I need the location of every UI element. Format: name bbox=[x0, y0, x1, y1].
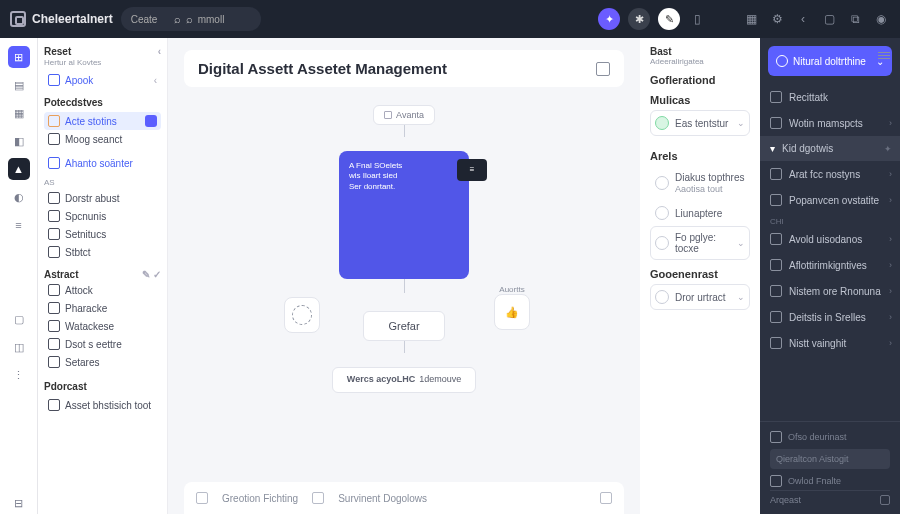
doc-icon bbox=[48, 399, 60, 411]
rail-home-icon[interactable]: ⊞ bbox=[8, 46, 30, 68]
lp-item[interactable]: Moog seanct bbox=[44, 130, 161, 148]
lp-item[interactable]: Pharacke bbox=[44, 299, 161, 317]
fr-item[interactable]: Nistem ore Rnonuna› bbox=[760, 278, 900, 304]
fr-item[interactable]: Arat fcc nostyns› bbox=[760, 161, 900, 187]
action-button[interactable]: ✦ bbox=[598, 8, 620, 30]
bb-item[interactable]: Greotion Fichting bbox=[222, 493, 298, 504]
rail-icon[interactable]: ▦ bbox=[8, 102, 30, 124]
fr-footer-item[interactable]: Arqeast bbox=[770, 490, 890, 508]
action-button[interactable]: ✎ bbox=[658, 8, 680, 30]
doc-icon bbox=[48, 133, 60, 145]
page-title: Digital Assett Assetet Management bbox=[198, 60, 447, 77]
globe-icon[interactable]: ◉ bbox=[872, 10, 890, 28]
doc-icon bbox=[312, 492, 324, 504]
fr-item[interactable]: Recittatk bbox=[760, 84, 900, 110]
fr-item[interactable]: Wotin mamspcts› bbox=[760, 110, 900, 136]
bb-item[interactable]: Survinent Dogolows bbox=[338, 493, 427, 504]
panel-icon[interactable] bbox=[600, 492, 612, 504]
flow-node[interactable]: Grefar bbox=[363, 311, 444, 341]
flow-card[interactable]: A Fnal SOelets wis Iloart sied Ser donrt… bbox=[339, 151, 469, 279]
grid-icon[interactable]: ▦ bbox=[742, 10, 760, 28]
fr-item[interactable]: ▾Kid dgotwis✦ bbox=[760, 136, 900, 161]
lp-item[interactable]: Spcnunis bbox=[44, 207, 161, 225]
lp-item[interactable]: Watackese bbox=[44, 317, 161, 335]
fr-item[interactable]: Nistt vainghit› bbox=[760, 330, 900, 356]
rail-icon[interactable]: ▤ bbox=[8, 74, 30, 96]
rp-item[interactable]: Eas tentstur⌄ bbox=[650, 110, 750, 136]
box-icon[interactable]: ▢ bbox=[820, 10, 838, 28]
maximize-icon[interactable] bbox=[596, 62, 610, 76]
doc-icon bbox=[770, 311, 782, 323]
icon-rail: ⊞ ▤ ▦ ◧ ▲ ◐ ≡ ▢ ◫ ⋮ ⊟ bbox=[0, 38, 38, 514]
doc-icon bbox=[48, 338, 60, 350]
lp-item[interactable]: Stbtct bbox=[44, 243, 161, 261]
doc-icon bbox=[770, 117, 782, 129]
chevron-down-icon: ⌄ bbox=[737, 118, 745, 128]
lp-item[interactable]: Dsot s eettre bbox=[44, 335, 161, 353]
search-box-1[interactable]: ⌕ ⌕ bbox=[121, 7, 261, 31]
lp-item[interactable]: Setares bbox=[44, 353, 161, 371]
far-right-panel: Nitural doltrthine ⌄ Recittatk Wotin mam… bbox=[760, 38, 900, 514]
list-icon[interactable] bbox=[878, 52, 890, 59]
card-chip-icon[interactable]: ≡ bbox=[457, 159, 487, 181]
action-button[interactable]: ✱ bbox=[628, 8, 650, 30]
lp-item[interactable]: Acte stotins bbox=[44, 112, 161, 130]
lp-item[interactable]: Dorstr abust bbox=[44, 189, 161, 207]
left-panel: Reset‹ Hertur al Kovtes Apook‹ Potecdstv… bbox=[38, 38, 168, 514]
doc-icon bbox=[770, 431, 782, 443]
fr-item[interactable]: Avold uisodanos› bbox=[760, 226, 900, 252]
rail-icon[interactable]: ⋮ bbox=[8, 364, 30, 386]
doc-icon bbox=[48, 356, 60, 368]
panel-icon[interactable]: ▯ bbox=[688, 10, 706, 28]
flow-side-node[interactable]: Auortts 👍 bbox=[490, 285, 534, 333]
chevron-left-icon[interactable]: ‹ bbox=[158, 46, 161, 57]
rail-icon[interactable]: ◫ bbox=[8, 336, 30, 358]
brand-logo[interactable]: Cheleertalnert bbox=[10, 11, 113, 27]
back-icon[interactable]: ‹ bbox=[794, 10, 812, 28]
rp-item[interactable]: Fo pglye: tocxe⌄ bbox=[650, 226, 750, 260]
caret-icon: ▾ bbox=[770, 143, 775, 154]
logo-icon bbox=[10, 11, 26, 27]
rp-item[interactable]: Liunaptere bbox=[650, 200, 750, 226]
fr-footer-item[interactable]: Ofso deurinast bbox=[770, 428, 890, 446]
canvas-header: Digital Assett Assetet Management bbox=[184, 50, 624, 87]
doc-icon bbox=[48, 284, 60, 296]
flow-node[interactable]: Wercs acyoLHC 1demouve bbox=[332, 367, 476, 393]
rail-icon[interactable]: ◐ bbox=[8, 186, 30, 208]
rp-item[interactable]: Diakus topthresAaotisa tout bbox=[650, 166, 750, 200]
rail-icon[interactable]: ▲ bbox=[8, 158, 30, 180]
search-input-2[interactable] bbox=[198, 14, 236, 25]
doc-icon bbox=[48, 228, 60, 240]
flow-side-node[interactable] bbox=[284, 297, 320, 333]
fr-footer-item[interactable]: Owlod Fnalte bbox=[770, 472, 890, 490]
fr-item[interactable]: Popanvcen ovstatite› bbox=[760, 187, 900, 213]
lp-item[interactable]: Ahanto soänter bbox=[44, 154, 161, 172]
flow-node[interactable]: Avanta bbox=[373, 105, 435, 125]
rp-section: Goflerationd bbox=[650, 74, 750, 86]
doc-icon bbox=[48, 210, 60, 222]
lp-item[interactable]: Attock bbox=[44, 281, 161, 299]
lp-item[interactable]: Asset bhstisich toot bbox=[44, 396, 161, 414]
rp-title: Bast bbox=[650, 46, 750, 57]
topbar: Cheleertalnert ⌕ ⌕ ✦ ✱ ✎ ▯ ▦ ⚙ ‹ ▢ ⧉ ◉ bbox=[0, 0, 900, 38]
doc-icon bbox=[770, 168, 782, 180]
fr-footer-item[interactable]: Qieraltcon Aistogit bbox=[770, 449, 890, 469]
item-icon bbox=[655, 206, 669, 220]
copy-icon[interactable]: ⧉ bbox=[846, 10, 864, 28]
chevron-right-icon: › bbox=[889, 234, 892, 244]
chevron-right-icon: › bbox=[889, 312, 892, 322]
fr-search[interactable]: Nitural doltrthine ⌄ bbox=[768, 46, 892, 76]
rail-icon[interactable]: ▢ bbox=[8, 308, 30, 330]
bottom-toolbar: Greotion Fichting Survinent Dogolows bbox=[184, 482, 624, 514]
gear-icon[interactable]: ⚙ bbox=[768, 10, 786, 28]
rail-icon[interactable]: ≡ bbox=[8, 214, 30, 236]
fr-item[interactable]: Aflottirimkigntives› bbox=[760, 252, 900, 278]
check-icon bbox=[655, 116, 669, 130]
rp-item[interactable]: Dror urtract⌄ bbox=[650, 284, 750, 310]
rail-icon[interactable]: ⊟ bbox=[8, 492, 30, 514]
rail-icon[interactable]: ◧ bbox=[8, 130, 30, 152]
lp-item[interactable]: Apook‹ bbox=[44, 71, 161, 89]
search-input-1[interactable] bbox=[131, 14, 169, 25]
fr-item[interactable]: Deitstis in Srelles› bbox=[760, 304, 900, 330]
lp-item[interactable]: Setnitucs bbox=[44, 225, 161, 243]
